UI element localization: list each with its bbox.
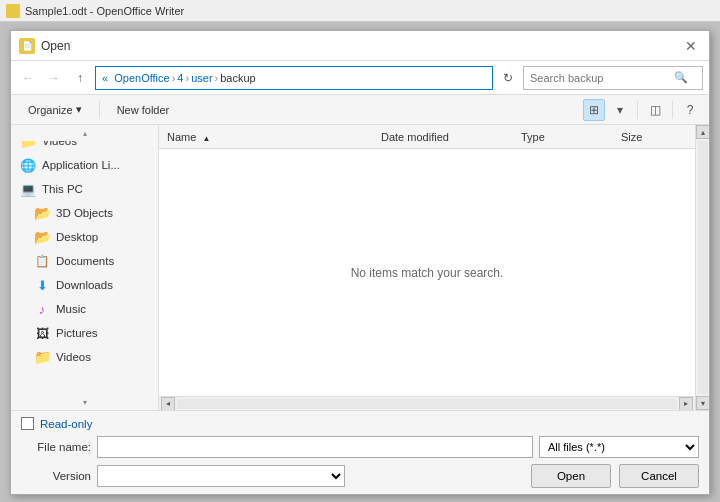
up-button[interactable]: ↑ (69, 67, 91, 89)
sidebar-item-downloads[interactable]: ⬇ Downloads (11, 273, 158, 297)
address-bar-row: ← → ↑ « OpenOffice › 4 › user › backup ↻… (11, 61, 709, 95)
toolbar-divider-3 (672, 101, 673, 119)
toolbar-divider (99, 101, 100, 119)
empty-message: No items match your search. (351, 266, 504, 280)
sidebar-item-documents[interactable]: 📋 Documents (11, 249, 158, 273)
downloads-icon: ⬇ (33, 276, 51, 294)
breadcrumb-4[interactable]: 4 (177, 72, 183, 84)
horizontal-scrollbar[interactable]: ◂ ▸ (159, 396, 695, 410)
vertical-scrollbar[interactable]: ▴ ▾ (695, 125, 709, 410)
action-buttons: Open Cancel (531, 464, 699, 488)
scroll-track-v[interactable] (698, 141, 708, 394)
close-button[interactable]: ✕ (681, 36, 701, 56)
scroll-left-button[interactable]: ◂ (161, 397, 175, 411)
file-content: No items match your search. (159, 149, 695, 396)
forward-button[interactable]: → (43, 67, 65, 89)
sidebar: ▴ 📁 Videos 🌐 Application Li... 💻 This PC… (11, 125, 159, 410)
breadcrumb-user[interactable]: user (191, 72, 212, 84)
app-title: Sample1.odt - OpenOffice Writer (25, 5, 184, 17)
pc-icon: 💻 (19, 180, 37, 198)
readonly-row: Read-only (21, 417, 699, 430)
desktop-icon: 📂 (33, 228, 51, 246)
music-icon: ♪ (33, 300, 51, 318)
3dobjects-icon: 📂 (33, 204, 51, 222)
scroll-up-button[interactable]: ▴ (696, 125, 710, 139)
version-row: Version Open Cancel (21, 464, 699, 488)
dialog-title-left: 📄 Open (19, 38, 70, 54)
readonly-label[interactable]: Read-only (40, 418, 92, 430)
dialog-title-bar: 📄 Open ✕ (11, 31, 709, 61)
documents-icon: 📋 (33, 252, 51, 270)
sidebar-item-music[interactable]: ♪ Music (11, 297, 158, 321)
scroll-down-button[interactable]: ▾ (696, 396, 710, 410)
sidebar-scroll-up[interactable]: ▴ (11, 125, 158, 141)
column-headers: Name ▲ Date modified Type Size (159, 125, 695, 149)
sidebar-item-pictures[interactable]: 🖼 Pictures (11, 321, 158, 345)
back-button[interactable]: ← (17, 67, 39, 89)
search-icon: 🔍 (674, 71, 688, 84)
address-box[interactable]: « OpenOffice › 4 › user › backup (95, 66, 493, 90)
breadcrumb: « OpenOffice › 4 › user › backup (102, 72, 256, 84)
search-input[interactable] (530, 72, 670, 84)
sidebar-item-videos-bottom[interactable]: 📁 Videos (11, 345, 158, 369)
preview-pane-button[interactable]: ◫ (644, 99, 666, 121)
scroll-track-h[interactable] (177, 399, 677, 409)
filename-row: File name: All files (*.*) (21, 436, 699, 458)
pictures-icon: 🖼 (33, 324, 51, 342)
help-button[interactable]: ? (679, 99, 701, 121)
bottom-area: Read-only File name: All files (*.*) Ver… (11, 410, 709, 494)
scroll-right-button[interactable]: ▸ (679, 397, 693, 411)
dialog-title: Open (41, 39, 70, 53)
dialog-icon: 📄 (19, 38, 35, 54)
search-box[interactable]: 🔍 (523, 66, 703, 90)
sidebar-item-3dobjects[interactable]: 📂 3D Objects (11, 201, 158, 225)
new-folder-button[interactable]: New folder (108, 99, 179, 121)
toolbar-row: Organize ▾ New folder ⊞ ▾ ◫ ? (11, 95, 709, 125)
sidebar-scroll-down[interactable]: ▾ (11, 394, 158, 410)
open-button[interactable]: Open (531, 464, 611, 488)
view-toggle-button[interactable]: ▾ (609, 99, 631, 121)
version-label: Version (21, 470, 91, 482)
toolbar-right: ⊞ ▾ ◫ ? (583, 99, 701, 121)
toolbar-divider-2 (637, 101, 638, 119)
filename-label: File name: (21, 441, 91, 453)
col-header-type[interactable]: Type (521, 131, 621, 143)
col-header-name[interactable]: Name ▲ (163, 131, 381, 143)
sidebar-item-thispc[interactable]: 💻 This PC (11, 177, 158, 201)
open-dialog: 📄 Open ✕ ← → ↑ « OpenOffice › 4 › user ›… (10, 30, 710, 495)
app-title-bar: Sample1.odt - OpenOffice Writer (0, 0, 720, 22)
videos-icon: 📁 (33, 348, 51, 366)
filetype-select[interactable]: All files (*.*) (539, 436, 699, 458)
refresh-button[interactable]: ↻ (497, 67, 519, 89)
main-area: ▴ 📁 Videos 🌐 Application Li... 💻 This PC… (11, 125, 709, 410)
breadcrumb-openoffice[interactable]: « OpenOffice (102, 72, 170, 84)
file-list-area: Name ▲ Date modified Type Size No ite (159, 125, 695, 396)
sidebar-item-desktop[interactable]: 📂 Desktop (11, 225, 158, 249)
version-select[interactable] (97, 465, 345, 487)
app-icon (6, 4, 20, 18)
readonly-checkbox[interactable] (21, 417, 34, 430)
filename-input[interactable] (97, 436, 533, 458)
col-header-size[interactable]: Size (621, 131, 691, 143)
applib-icon: 🌐 (19, 156, 37, 174)
view-details-button[interactable]: ⊞ (583, 99, 605, 121)
sidebar-item-applib[interactable]: 🌐 Application Li... (11, 153, 158, 177)
organize-button[interactable]: Organize ▾ (19, 99, 91, 121)
cancel-button[interactable]: Cancel (619, 464, 699, 488)
col-header-date[interactable]: Date modified (381, 131, 521, 143)
breadcrumb-current: backup (220, 72, 255, 84)
